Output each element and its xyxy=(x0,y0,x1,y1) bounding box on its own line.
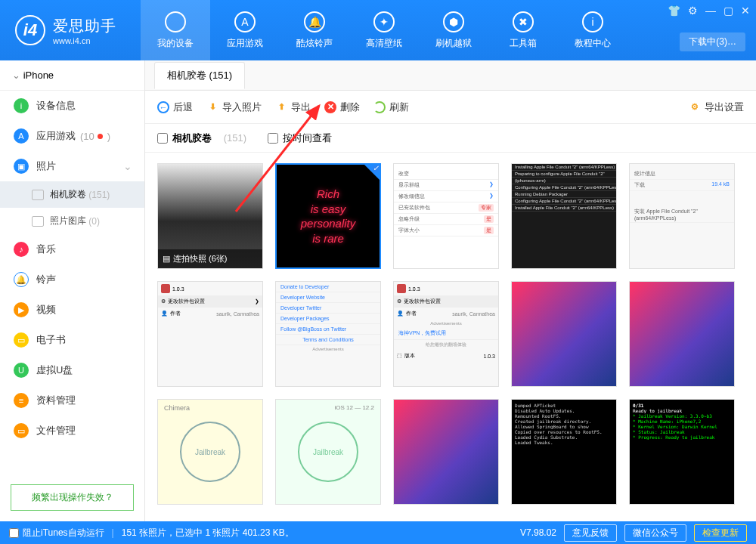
import-button[interactable]: ⬇导入照片 xyxy=(206,100,262,114)
version-label: V7.98.02 xyxy=(520,527,556,538)
select-all-checkbox[interactable]: 相机胶卷 (151) xyxy=(157,131,246,145)
content-tab-strip: 相机胶卷 (151) xyxy=(145,60,756,91)
photo-thumb[interactable]: 0/31Ready to jailbreak* Jailbreak Versio… xyxy=(629,399,735,505)
help-link[interactable]: 频繁出现操作失效？ xyxy=(11,484,134,511)
block-itunes-checkbox[interactable]: 阻止iTunes自动运行 xyxy=(9,527,104,539)
nav-tab-jailbreak[interactable]: ⬢刷机越狱 xyxy=(419,0,488,60)
sidebar-item-info[interactable]: i设备信息 xyxy=(0,91,144,121)
photo-thumb[interactable]: ChimeraJailbreak xyxy=(157,399,263,505)
folder-icon xyxy=(32,216,44,227)
photo-thumb[interactable]: 改变显示群组❯修改细信息❯已安装软件包专家忽略升级是字体大小是 xyxy=(393,163,499,269)
photo-thumb[interactable] xyxy=(393,399,499,505)
check-update-button[interactable]: 检查更新 xyxy=(694,524,747,542)
shirt-icon[interactable]: 👕 xyxy=(668,5,680,17)
refresh-button[interactable]: 刷新 xyxy=(373,100,409,114)
maximize-button[interactable]: ▢ xyxy=(723,5,733,17)
sidebar: ⌄ iPhone i设备信息 A应用游戏(10) ▣照片 相机胶卷 (151) … xyxy=(0,60,145,521)
photo-icon: ▣ xyxy=(14,159,29,174)
photo-thumb[interactable]: Installing Apple File Conduit "2" (arm64… xyxy=(511,163,617,269)
nav-tab-device[interactable]: 我的设备 xyxy=(141,0,210,60)
sidebar-item-ebooks[interactable]: ▭电子书 xyxy=(0,325,144,355)
delete-button[interactable]: ✕删除 xyxy=(324,100,360,114)
photo-thumb[interactable]: Dumped APTicketDisabled Auto Updates.Rem… xyxy=(511,399,617,505)
sidebar-item-apps[interactable]: A应用游戏(10) xyxy=(0,121,144,151)
nav-tab-wallpapers[interactable]: ✦高清壁纸 xyxy=(349,0,419,60)
window-controls: 👕 ⚙ — ▢ ✕ xyxy=(668,5,750,17)
sidebar-sub-camera-roll[interactable]: 相机胶卷 (151) xyxy=(0,181,144,208)
bell-icon: 🔔 xyxy=(304,11,325,32)
logo-title: 爱思助手 xyxy=(53,16,116,36)
sidebar-item-files[interactable]: ▭文件管理 xyxy=(0,416,144,446)
video-icon: ▶ xyxy=(14,302,29,317)
apple-icon xyxy=(165,11,186,32)
info-icon: i xyxy=(14,98,29,113)
nav-tabs: 我的设备 A应用游戏 🔔酷炫铃声 ✦高清壁纸 ⬢刷机越狱 ✖工具箱 i教程中心 xyxy=(141,0,627,60)
burst-label: ▤连拍快照 (6张) xyxy=(158,249,262,268)
apps-icon: A xyxy=(14,128,29,144)
download-status[interactable]: 下载中(3)… xyxy=(680,32,745,51)
feedback-button[interactable]: 意见反馈 xyxy=(564,524,617,542)
data-icon: ≡ xyxy=(14,393,29,408)
sidebar-item-videos[interactable]: ▶视频 xyxy=(0,295,144,325)
status-bar: 阻止iTunes自动运行 | 151 张照片，已选中 1 张照片 401.23 … xyxy=(0,521,756,544)
photo-thumb[interactable] xyxy=(511,281,617,387)
settings-icon[interactable]: ⚙ xyxy=(688,5,698,17)
main-panel: 相机胶卷 (151) ←后退 ⬇导入照片 ⬆导出 ✕删除 刷新 ⚙导出设置 相机… xyxy=(145,60,756,521)
folder-icon xyxy=(32,190,44,200)
photo-thumb[interactable] xyxy=(629,281,735,387)
export-settings-button[interactable]: ⚙导出设置 xyxy=(689,100,744,114)
logo: i4 爱思助手 www.i4.cn xyxy=(0,15,132,45)
import-icon: ⬇ xyxy=(206,101,218,113)
box-icon: ⬢ xyxy=(443,11,464,32)
selection-status: 151 张照片，已选中 1 张照片 401.23 KB。 xyxy=(122,527,294,539)
nav-tab-tools[interactable]: ✖工具箱 xyxy=(488,0,558,60)
appstore-icon: A xyxy=(234,11,256,32)
sidebar-item-udisk[interactable]: U虚拟U盘 xyxy=(0,355,144,385)
bell-icon: 🔔 xyxy=(14,272,29,287)
photo-thumb[interactable]: 统计信息下载19.4 kB安装 Apple File Conduit "2" (… xyxy=(629,163,735,269)
nav-tab-tutorials[interactable]: i教程中心 xyxy=(558,0,627,60)
export-button[interactable]: ⬆导出 xyxy=(275,100,311,114)
folder-icon: ▭ xyxy=(14,423,29,438)
wechat-button[interactable]: 微信公众号 xyxy=(624,524,686,542)
shield-icon: U xyxy=(14,363,29,378)
photo-thumb[interactable]: Donate to DeveloperDeveloper WebsiteDeve… xyxy=(275,281,381,387)
delete-icon: ✕ xyxy=(324,101,336,113)
export-icon: ⬆ xyxy=(275,101,287,113)
device-name: iPhone xyxy=(23,70,54,81)
refresh-icon xyxy=(373,101,386,113)
info-icon: i xyxy=(582,11,603,32)
wrench-icon: ✖ xyxy=(513,11,534,32)
content-tab-camera-roll[interactable]: 相机胶卷 (151) xyxy=(154,62,245,89)
sparkle-icon: ✦ xyxy=(373,11,395,32)
photo-grid: ▤连拍快照 (6张) Richis easypersonalityis rare… xyxy=(145,153,756,521)
close-button[interactable]: ✕ xyxy=(741,5,750,17)
photo-thumb[interactable]: 1.0.3⚙更改软件包设置❯👤作者saurik, Cannathea xyxy=(157,281,263,387)
back-icon: ← xyxy=(157,101,169,113)
minimize-button[interactable]: — xyxy=(705,5,716,17)
nav-tab-apps[interactable]: A应用游戏 xyxy=(210,0,280,60)
music-icon: ♪ xyxy=(14,242,29,257)
logo-url: www.i4.cn xyxy=(53,36,116,45)
photo-thumb-selected[interactable]: Richis easypersonalityis rare xyxy=(275,163,381,269)
back-button[interactable]: ←后退 xyxy=(157,100,193,114)
nav-tab-ringtones[interactable]: 🔔酷炫铃声 xyxy=(280,0,349,60)
app-header: i4 爱思助手 www.i4.cn 我的设备 A应用游戏 🔔酷炫铃声 ✦高清壁纸… xyxy=(0,0,756,60)
filter-row: 相机胶卷 (151) 按时间查看 xyxy=(145,124,756,153)
photo-thumb[interactable]: iOS 12 — 12.2Jailbreak xyxy=(275,399,381,505)
toolbar: ←后退 ⬇导入照片 ⬆导出 ✕删除 刷新 ⚙导出设置 xyxy=(145,91,756,124)
device-selector[interactable]: ⌄ iPhone xyxy=(0,60,144,91)
logo-badge: i4 xyxy=(15,15,45,45)
notification-dot xyxy=(98,134,103,139)
sidebar-item-data[interactable]: ≡资料管理 xyxy=(0,385,144,416)
sidebar-item-photos[interactable]: ▣照片 xyxy=(0,151,144,181)
view-by-time-checkbox[interactable]: 按时间查看 xyxy=(268,131,332,145)
sidebar-sub-photo-library[interactable]: 照片图库 (0) xyxy=(0,208,144,234)
book-icon: ▭ xyxy=(14,332,29,348)
sidebar-item-ringtones[interactable]: 🔔铃声 xyxy=(0,264,144,295)
photo-thumb-burst[interactable]: ▤连拍快照 (6张) xyxy=(157,163,263,269)
photo-thumb[interactable]: 1.0.3⚙更改软件包设置👤作者saurik, CannatheaAdverti… xyxy=(393,281,499,387)
gear-icon: ⚙ xyxy=(689,101,701,113)
sidebar-item-music[interactable]: ♪音乐 xyxy=(0,234,144,264)
